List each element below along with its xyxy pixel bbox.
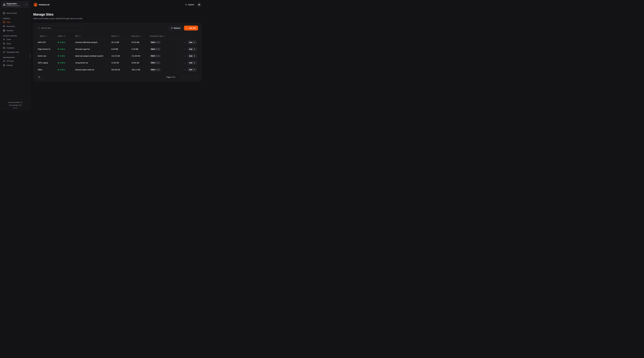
link-icon — [3, 51, 5, 53]
sidebar-item-settings[interactable]: Settings — [2, 63, 28, 67]
next-page-button[interactable]: › — [190, 75, 193, 79]
community-edition-link[interactable]: Community Edition — [0, 101, 30, 104]
refresh-label: Refresh — [174, 27, 180, 29]
cell-actions: ⋯ Edit — [183, 54, 198, 58]
key-icon — [3, 60, 5, 62]
sidebar-item-roles[interactable]: Roles — [2, 41, 28, 46]
refresh-button[interactable]: Refresh — [169, 26, 182, 30]
cell-name: AWS VPC — [38, 41, 58, 43]
column-header-connection-type[interactable]: Connection Type — [150, 35, 183, 37]
cell-name: Jeff's Laptop — [38, 62, 58, 64]
sidebar: Organization milo@fossorial.io's ... Ser… — [0, 0, 30, 111]
cell-actions: ⋯ Edit — [183, 68, 198, 72]
sidebar-item-label: Settings — [6, 64, 13, 66]
sidebar-item-api-keys[interactable]: API Keys — [2, 59, 28, 63]
online-status-label: Online — [60, 55, 65, 57]
first-page-button[interactable]: « — [180, 75, 184, 79]
online-status-dot — [58, 42, 59, 43]
previous-page-button[interactable]: ‹ — [185, 75, 188, 79]
top-bar: PANGOLIN System M — [30, 0, 202, 9]
sidebar-item-label: Users — [6, 38, 11, 40]
cell-data-out: 780.12 GB — [132, 69, 150, 71]
cell-site: fortunate-cape-fox — [75, 48, 111, 50]
sort-icon — [64, 35, 65, 37]
globe-icon — [3, 29, 5, 32]
table-header-row: Name Online Site Data In — [36, 33, 198, 39]
connection-type-badge: Newtv1.3.2 — [150, 41, 161, 44]
search-input[interactable] — [41, 27, 81, 29]
column-label: Name — [40, 35, 44, 37]
brand-name: PANGOLIN — [39, 3, 50, 6]
cell-online: Online — [58, 69, 75, 71]
waypoints-icon — [3, 25, 5, 27]
cell-online: Online — [58, 41, 75, 43]
row-more-button[interactable]: ⋯ — [183, 41, 186, 44]
server-icon — [3, 12, 5, 14]
row-edit-button[interactable]: Edit — [188, 61, 197, 65]
table-row: Edge Device 01 Online fortunate-cape-fox… — [36, 46, 198, 53]
column-header-name[interactable]: Name — [38, 35, 58, 37]
add-site-button[interactable]: Add Site — [184, 26, 198, 30]
sidebar-item-shareable-links[interactable]: Shareable Links — [2, 50, 28, 54]
sidebar-scrollbar-thumb[interactable] — [30, 54, 30, 58]
building-icon — [3, 3, 6, 6]
cell-data-out: 52.02 MB — [132, 41, 150, 43]
sidebar-footer: Community Edition Documentation v1.7.0 — [0, 99, 30, 111]
sidebar-item-invitations[interactable]: Invitations — [2, 46, 28, 50]
section-heading-general: GENERAL — [2, 18, 28, 19]
edit-label: Edit — [189, 55, 192, 57]
theme-toggle[interactable]: System — [185, 3, 194, 6]
search-box — [36, 26, 82, 30]
sidebar-item-users[interactable]: Users — [2, 37, 28, 41]
connection-type-badge: Newtv1.3.2 — [150, 61, 161, 64]
brand-logo[interactable]: PANGOLIN — [33, 2, 50, 7]
cell-name: Edge Device 01 — [38, 48, 58, 50]
connection-name: Newt — [151, 69, 155, 71]
org-selector[interactable]: Organization milo@fossorial.io's ... — [2, 2, 28, 7]
theme-label: System — [188, 3, 194, 6]
cell-online: Online — [58, 55, 75, 57]
column-header-site[interactable]: Site — [75, 35, 111, 37]
row-edit-button[interactable]: Edit — [188, 68, 197, 72]
sidebar-item-label: Shareable Links — [6, 51, 19, 53]
row-more-button[interactable]: ⋯ — [183, 68, 186, 71]
sort-icon — [118, 35, 120, 37]
cell-data-in: 534.98 GB — [111, 69, 132, 71]
avatar[interactable]: M — [197, 2, 201, 7]
row-more-button[interactable]: ⋯ — [183, 48, 186, 50]
cell-name: Office — [38, 69, 58, 71]
connection-version: v1.3.2 — [156, 48, 160, 50]
column-label: Site — [75, 35, 78, 37]
page-size-select[interactable]: 20 — [36, 75, 44, 79]
community-edition-label: Community Edition — [8, 102, 20, 103]
sidebar-item-label: Sites — [6, 21, 10, 23]
sidebar-item-resources[interactable]: Resources — [2, 24, 28, 28]
sidebar-item-server-admin[interactable]: Server Admin — [2, 11, 28, 15]
sort-icon — [45, 35, 47, 37]
sidebar-item-sites[interactable]: Sites — [2, 20, 28, 24]
pagination-bar: 20 Page 1 of 1 « ‹ › » — [36, 75, 198, 79]
cell-data-in: 112.42 GB — [111, 55, 132, 57]
row-edit-button[interactable]: Edit — [188, 47, 197, 51]
pangolin-logo-icon — [33, 2, 38, 7]
row-edit-button[interactable]: Edit — [188, 40, 197, 44]
sort-icon — [164, 35, 165, 37]
table-row: Home Lab Online dead-san-joaquin-antelop… — [36, 53, 198, 59]
connection-type-badge: Newtv1.3.2 — [150, 54, 161, 57]
column-header-data-out[interactable]: Data Out — [132, 35, 150, 37]
row-more-button[interactable]: ⋯ — [183, 55, 186, 57]
connection-type-badge: Newtv1.3.2 — [150, 48, 161, 51]
column-header-online[interactable]: Online — [58, 35, 75, 37]
sidebar-item-domains[interactable]: Domains — [2, 28, 28, 33]
chevron-down-icon — [41, 76, 43, 78]
row-more-button[interactable]: ⋯ — [183, 62, 186, 64]
documentation-link[interactable]: Documentation — [0, 104, 30, 107]
pagination-info: Page 1 of 1 — [166, 76, 176, 78]
avatar-initial: M — [198, 4, 200, 6]
last-page-button[interactable]: » — [195, 75, 198, 79]
cell-connection-type: Newtv1.3.2 — [150, 54, 183, 57]
column-header-data-in[interactable]: Data In — [111, 35, 132, 37]
row-edit-button[interactable]: Edit — [188, 54, 197, 58]
cell-site: welcome-giant-mole-rat — [75, 69, 111, 71]
cell-data-out: 3.20 MB — [132, 48, 150, 50]
